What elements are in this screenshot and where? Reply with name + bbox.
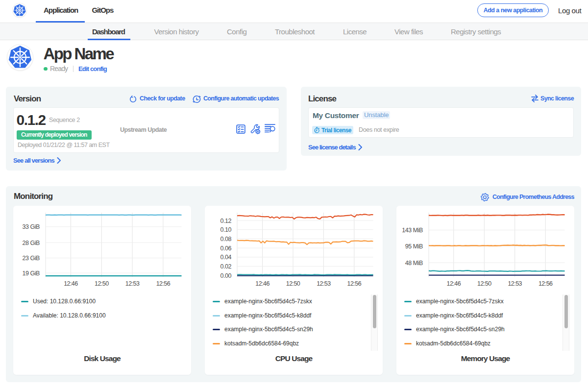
svg-text:0.00: 0.00 — [220, 272, 231, 279]
svg-text:12:56: 12:56 — [539, 280, 553, 287]
svg-text:12:46: 12:46 — [255, 280, 270, 287]
svg-text:12:53: 12:53 — [317, 280, 331, 287]
svg-text:12:53: 12:53 — [125, 280, 140, 287]
svg-text:12:50: 12:50 — [286, 280, 300, 287]
svg-text:0.06: 0.06 — [220, 245, 231, 252]
svg-text:12:50: 12:50 — [95, 280, 109, 287]
svg-text:12:50: 12:50 — [477, 280, 491, 287]
svg-text:12:56: 12:56 — [156, 280, 171, 287]
svg-text:48 MiB: 48 MiB — [405, 260, 423, 267]
svg-text:12:53: 12:53 — [508, 280, 522, 287]
svg-text:33 GiB: 33 GiB — [22, 223, 40, 230]
svg-text:0.02: 0.02 — [220, 263, 231, 270]
svg-text:12:56: 12:56 — [347, 280, 362, 287]
svg-text:95 MiB: 95 MiB — [405, 243, 423, 250]
svg-text:0.12: 0.12 — [220, 218, 231, 224]
svg-text:0.08: 0.08 — [220, 236, 231, 243]
svg-text:0.04: 0.04 — [220, 254, 231, 261]
svg-text:19 GiB: 19 GiB — [22, 270, 40, 277]
svg-text:0.10: 0.10 — [220, 226, 231, 233]
svg-text:143 MiB: 143 MiB — [402, 227, 423, 234]
svg-text:28 GiB: 28 GiB — [22, 240, 40, 246]
svg-text:12:46: 12:46 — [64, 280, 78, 287]
svg-text:12:46: 12:46 — [447, 280, 461, 287]
svg-text:23 GiB: 23 GiB — [22, 255, 40, 262]
